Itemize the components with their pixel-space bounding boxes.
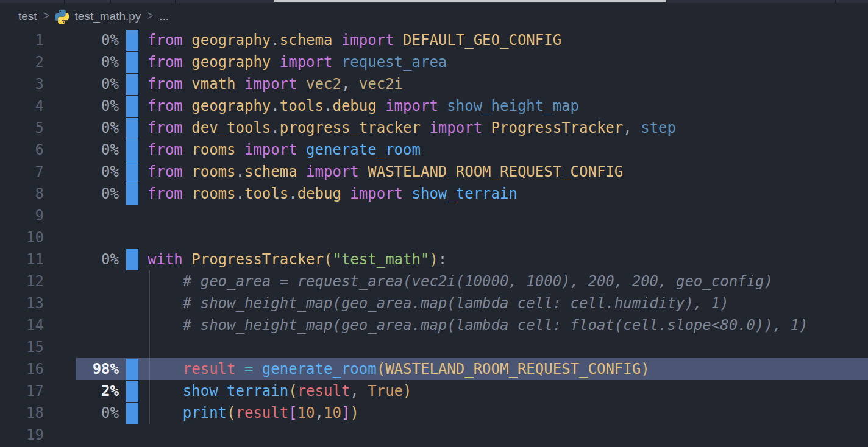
profile-percentage: 0% [44,139,119,161]
code-line[interactable]: 12 # geo_area = request_area(vec2i(10000… [0,270,868,292]
active-tab-indicator [274,0,666,2]
profile-marker [126,249,138,270]
code-text: from rooms.schema import WASTELAND_ROOM_… [148,161,623,183]
line-number[interactable]: 5 [0,117,44,139]
gutter-marker-slot [126,336,138,358]
line-number[interactable]: 9 [0,205,44,227]
line-number[interactable]: 6 [0,139,44,161]
breadcrumb-file[interactable]: test_math.py [75,10,141,23]
gutter-marker-slot [126,314,138,336]
profile-percentage: 0% [44,73,119,95]
profile-marker [126,118,138,139]
line-number[interactable]: 3 [0,73,44,95]
profile-marker [126,183,138,205]
code-text: result = generate_room(WASTELAND_ROOM_RE… [148,358,650,380]
profile-percentage: 0% [44,95,119,117]
profile-percentage: 0% [44,117,119,139]
gutter-marker-slot [126,161,138,183]
gutter-marker-slot [126,402,138,424]
code-text: print(result[10,10]) [148,402,359,424]
profile-percentage: 0% [44,248,119,270]
breadcrumb-symbol[interactable]: ... [159,10,169,23]
code-text: with ProgressTracker("test_math"): [148,248,447,270]
gutter-marker-slot [126,117,138,139]
line-number[interactable]: 11 [0,248,44,270]
line-number[interactable]: 2 [0,51,44,73]
code-line[interactable]: 9 [0,205,868,227]
profile-marker [126,359,138,380]
gutter-marker-slot [126,51,138,73]
code-text: # show_height_map(geo_area.map(lambda ce… [148,292,729,314]
gutter-marker-slot [126,292,138,314]
code-line[interactable]: 30%from vmath import vec2, vec2i [0,73,868,95]
code-line[interactable]: 60%from rooms import generate_room [0,139,868,161]
profile-marker [126,139,138,161]
line-number[interactable]: 17 [0,380,44,402]
code-line[interactable]: 40%from geography.tools.debug import sho… [0,95,868,117]
line-number[interactable]: 1 [0,29,44,51]
breadcrumb-folder[interactable]: test [18,10,37,23]
code-line[interactable]: 50%from dev_tools.progress_tracker impor… [0,117,868,139]
gutter-marker-slot [126,183,138,205]
code-line[interactable]: 180% print(result[10,10]) [0,402,868,424]
code-text: from geography import request_area [148,51,447,73]
code-line[interactable]: 70%from rooms.schema import WASTELAND_RO… [0,161,868,183]
gutter-marker-slot [126,227,138,248]
gutter-marker-slot [126,139,138,161]
gutter-marker-slot [126,270,138,292]
code-text: # show_height_map(geo_area.map(lambda ce… [148,314,808,336]
profile-percentage: 0% [44,161,119,183]
chevron-right-icon: > [147,9,153,24]
line-number[interactable]: 16 [0,358,44,380]
code-line[interactable]: 15 [0,336,868,358]
chevron-right-icon: > [43,9,49,24]
line-number[interactable]: 4 [0,95,44,117]
code-line[interactable]: 13 # show_height_map(geo_area.map(lambda… [0,292,868,314]
code-text: # geo_area = request_area(vec2i(10000, 1… [148,270,773,292]
profile-percentage: 0% [44,402,119,424]
profile-percentage: 0% [44,183,119,205]
gutter-marker-slot [126,424,138,446]
code-text: from vmath import vec2, vec2i [148,73,403,95]
profile-marker [126,52,138,73]
profile-percentage: 0% [44,51,119,73]
profile-marker [126,403,138,424]
code-text: show_terrain(result, True) [148,380,412,402]
code-line[interactable]: 19 [0,424,868,446]
code-text: from dev_tools.progress_tracker import P… [148,117,676,139]
line-number[interactable]: 10 [0,227,44,248]
line-number[interactable]: 8 [0,183,44,205]
code-line[interactable]: 14 # show_height_map(geo_area.map(lambda… [0,314,868,336]
code-line[interactable]: 80%from rooms.tools.debug import show_te… [0,183,868,205]
gutter-marker-slot [126,29,138,51]
breadcrumb: test > test_math.py > ... [0,3,868,29]
code-line[interactable]: 20%from geography import request_area [0,51,868,73]
profile-percentage: 0% [44,29,119,51]
code-line[interactable]: 110%with ProgressTracker("test_math"): [0,248,868,270]
code-text: from geography.schema import DEFAULT_GEO… [148,29,561,51]
line-number[interactable]: 13 [0,292,44,314]
gutter-marker-slot [126,248,138,270]
profile-percentage: 98% [44,358,119,380]
line-number[interactable]: 15 [0,336,44,358]
gutter-marker-slot [126,73,138,95]
gutter-marker-slot [126,358,138,380]
line-number[interactable]: 7 [0,161,44,183]
code-editor[interactable]: 10%from geography.schema import DEFAULT_… [0,29,868,446]
profile-marker [126,74,138,95]
line-number[interactable]: 19 [0,424,44,446]
line-number[interactable]: 12 [0,270,44,292]
profile-marker [126,30,138,51]
code-line[interactable]: 10 [0,227,868,248]
code-line[interactable]: 172% show_terrain(result, True) [0,380,868,402]
code-line[interactable]: 10%from geography.schema import DEFAULT_… [0,29,868,51]
line-number[interactable]: 14 [0,314,44,336]
profile-marker [126,381,138,402]
gutter-marker-slot [126,380,138,402]
profile-percentage: 2% [44,380,119,402]
line-number[interactable]: 18 [0,402,44,424]
code-text: from geography.tools.debug import show_h… [148,95,579,117]
code-text: from rooms import generate_room [148,139,421,161]
gutter-marker-slot [126,205,138,227]
code-line[interactable]: 1698% result = generate_room(WASTELAND_R… [0,358,868,380]
